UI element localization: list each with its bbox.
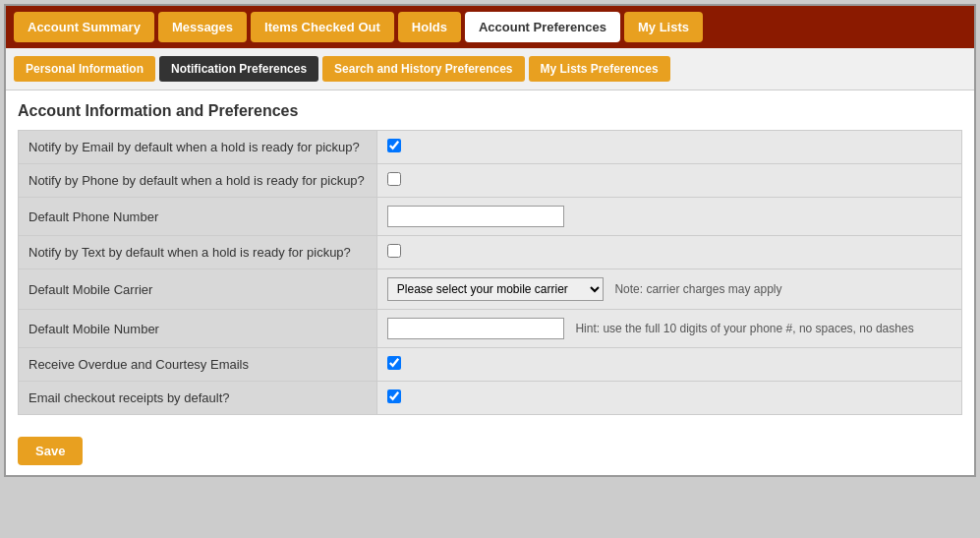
- text-notify-checkbox[interactable]: [387, 244, 401, 258]
- row-value-mobile-carrier: Please select your mobile carrier Note: …: [376, 269, 961, 310]
- row-label-text-notify: Notify by Text by default when a hold is…: [19, 236, 377, 269]
- row-label-email-notify: Notify by Email by default when a hold i…: [19, 131, 377, 164]
- sub-nav-notification-preferences[interactable]: Notification Preferences: [159, 56, 318, 82]
- checkout-receipts-checkbox[interactable]: [387, 389, 401, 403]
- top-nav: Account Summary Messages Items Checked O…: [6, 6, 974, 48]
- table-row: Notify by Email by default when a hold i…: [19, 131, 962, 164]
- row-label-mobile-carrier: Default Mobile Carrier: [19, 269, 377, 310]
- top-nav-items-checked-out[interactable]: Items Checked Out: [251, 12, 394, 42]
- phone-notify-checkbox[interactable]: [387, 172, 401, 186]
- overdue-emails-checkbox[interactable]: [387, 356, 401, 370]
- email-notify-checkbox[interactable]: [387, 139, 401, 152]
- save-button[interactable]: Save: [18, 437, 83, 465]
- row-label-checkout-receipts: Email checkout receipts by default?: [19, 382, 377, 415]
- phone-number-input[interactable]: [387, 206, 564, 227]
- footer: Save: [6, 427, 974, 475]
- table-row: Default Phone Number: [19, 198, 962, 236]
- section-title: Account Information and Preferences: [18, 102, 962, 120]
- sub-nav-search-history[interactable]: Search and History Preferences: [322, 56, 524, 82]
- row-label-overdue-emails: Receive Overdue and Courtesy Emails: [19, 348, 377, 382]
- mobile-carrier-select[interactable]: Please select your mobile carrier: [387, 277, 604, 301]
- sub-nav: Personal Information Notification Prefer…: [6, 48, 974, 90]
- top-nav-account-preferences[interactable]: Account Preferences: [465, 12, 620, 42]
- table-row: Default Mobile Number Hint: use the full…: [19, 310, 962, 348]
- content-area: Account Information and Preferences Noti…: [6, 90, 974, 427]
- row-label-phone-number: Default Phone Number: [19, 198, 377, 236]
- row-value-overdue-emails: [376, 348, 961, 382]
- top-nav-holds[interactable]: Holds: [398, 12, 461, 42]
- table-row: Email checkout receipts by default?: [19, 382, 962, 415]
- row-value-checkout-receipts: [376, 382, 961, 415]
- carrier-note: Note: carrier charges may apply: [614, 282, 781, 296]
- preferences-table: Notify by Email by default when a hold i…: [18, 130, 962, 415]
- row-value-mobile-number: Hint: use the full 10 digits of your pho…: [376, 310, 961, 348]
- row-value-phone-number: [376, 198, 961, 236]
- table-row: Receive Overdue and Courtesy Emails: [19, 348, 962, 382]
- top-nav-account-summary[interactable]: Account Summary: [14, 12, 154, 42]
- table-row: Notify by Text by default when a hold is…: [19, 236, 962, 269]
- table-row: Default Mobile Carrier Please select you…: [19, 269, 962, 310]
- row-value-phone-notify: [376, 164, 961, 198]
- mobile-number-hint: Hint: use the full 10 digits of your pho…: [575, 322, 913, 335]
- sub-nav-lists-preferences[interactable]: My Lists Preferences: [529, 56, 670, 82]
- row-value-email-notify: [376, 131, 961, 164]
- top-nav-messages[interactable]: Messages: [158, 12, 247, 42]
- row-value-text-notify: [376, 236, 961, 269]
- mobile-number-input[interactable]: [387, 318, 564, 339]
- table-row: Notify by Phone by default when a hold i…: [19, 164, 962, 198]
- row-label-mobile-number: Default Mobile Number: [19, 310, 377, 348]
- top-nav-my-lists[interactable]: My Lists: [624, 12, 703, 42]
- row-label-phone-notify: Notify by Phone by default when a hold i…: [19, 164, 377, 198]
- sub-nav-personal-information[interactable]: Personal Information: [14, 56, 155, 82]
